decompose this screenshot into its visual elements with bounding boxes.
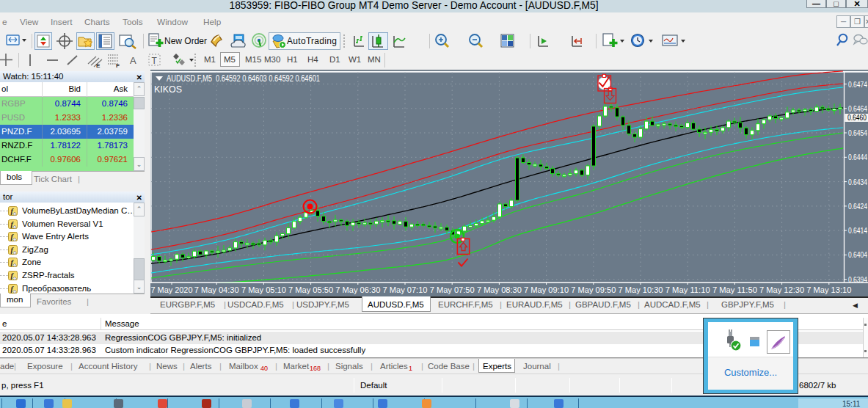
svg-text:7 May 07:10: 7 May 07:10	[383, 285, 428, 294]
svg-text:7 May 04:30: 7 May 04:30	[194, 285, 239, 294]
svg-text:KIKOS: KIKOS	[154, 84, 182, 95]
svg-text:AUDUSD.F,M5 0.64592 0.64603 0: AUDUSD.F,M5 0.64592 0.64603 0.64592 0.64…	[167, 73, 320, 84]
svg-text:7 May 11:10: 7 May 11:10	[665, 285, 710, 294]
svg-text:0.6424: 0.6424	[848, 202, 867, 211]
svg-text:0.6404: 0.6404	[848, 250, 867, 259]
svg-text:0.6444: 0.6444	[848, 153, 867, 161]
svg-text:E: E	[96, 62, 101, 69]
svg-text:0.6434: 0.6434	[848, 178, 867, 186]
svg-text:7 May 06:30: 7 May 06:30	[335, 285, 380, 294]
svg-text:0.6460: 0.6460	[847, 113, 867, 122]
svg-text:7 May 05:50: 7 May 05:50	[288, 285, 333, 294]
svg-text:0.6414: 0.6414	[848, 226, 867, 235]
svg-text:7 May 2020: 7 May 2020	[151, 285, 193, 294]
svg-text:7 May 10:30: 7 May 10:30	[619, 285, 663, 294]
svg-text:0.6454: 0.6454	[848, 128, 867, 137]
svg-text:7 May 12:30: 7 May 12:30	[759, 285, 804, 294]
svg-text:7 May 11:50: 7 May 11:50	[712, 285, 757, 294]
svg-text:7 May 07:50: 7 May 07:50	[430, 285, 475, 294]
svg-text:7 May 05:10: 7 May 05:10	[241, 285, 286, 294]
svg-text:7 May 08:30: 7 May 08:30	[477, 285, 522, 294]
svg-text:7 May 09:50: 7 May 09:50	[571, 285, 616, 294]
svg-text:7 May 09:10: 7 May 09:10	[524, 285, 569, 294]
svg-text:7 May 13:10: 7 May 13:10	[806, 285, 851, 294]
svg-text:0.6474: 0.6474	[848, 80, 867, 89]
svg-text:0.6464: 0.6464	[848, 104, 867, 113]
svg-text:F: F	[116, 62, 120, 69]
svg-text:T: T	[152, 56, 158, 66]
svg-text:A: A	[130, 55, 136, 66]
svg-text:0.6394: 0.6394	[848, 275, 867, 284]
